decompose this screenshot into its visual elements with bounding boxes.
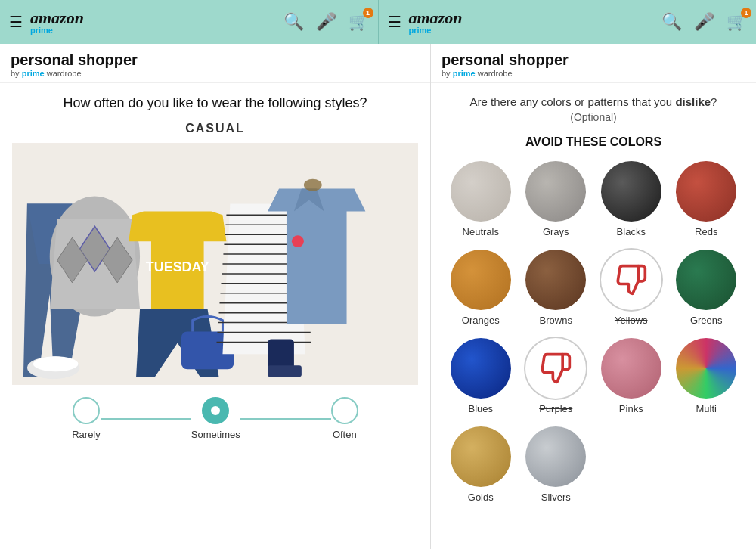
personal-shopper-title: personal shopper xyxy=(11,51,420,69)
color-item-reds[interactable]: Reds xyxy=(676,161,736,237)
color-item-yellows[interactable]: Yellows xyxy=(601,250,662,326)
color-item-golds[interactable]: Golds xyxy=(451,426,511,503)
right-personal-shopper-title: personal shopper xyxy=(442,51,745,69)
right-prime-word: prime xyxy=(453,69,476,78)
color-label-reds: Reds xyxy=(695,226,717,237)
right-wardrobe-label: wardrobe xyxy=(478,69,513,78)
color-label-yellows: Yellows xyxy=(615,315,648,326)
clothing-image: TUESDAY xyxy=(12,143,418,385)
right-amazon-logo-text: amazon xyxy=(409,10,463,26)
freq-label-often: Often xyxy=(333,429,357,440)
color-item-oranges[interactable]: Oranges xyxy=(451,250,511,326)
color-grid: NeutralsGraysBlacksRedsOrangesBrownsYell… xyxy=(446,161,741,503)
color-label-golds: Golds xyxy=(468,492,494,503)
cart-badge: 1 xyxy=(363,8,373,18)
freq-circle-rarely[interactable] xyxy=(73,397,100,424)
freq-line-1 xyxy=(101,418,191,420)
freq-circle-sometimes[interactable] xyxy=(202,397,229,424)
avoid-header: AVOID THESE COLORS xyxy=(446,135,741,149)
color-circle-golds xyxy=(451,426,511,487)
content-area: personal shopper by prime wardrobe How o… xyxy=(0,44,756,549)
color-item-neutrals[interactable]: Neutrals xyxy=(451,161,511,237)
color-label-neutrals: Neutrals xyxy=(463,226,499,237)
right-panel-header: personal shopper by prime wardrobe xyxy=(431,44,756,83)
color-item-greens[interactable]: Greens xyxy=(676,250,736,326)
color-circle-purples xyxy=(525,338,586,399)
color-item-browns[interactable]: Browns xyxy=(525,250,586,326)
color-item-silvers[interactable]: Silvers xyxy=(525,426,586,503)
color-item-blues[interactable]: Blues xyxy=(451,338,511,414)
right-panel-content: Are there any colors or patterns that yo… xyxy=(431,83,756,549)
left-header-icons: 🔍 🎤 🛒1 xyxy=(284,12,369,32)
thumb-down-icon-purples xyxy=(539,352,572,385)
color-circle-yellows xyxy=(601,250,662,310)
color-label-grays: Grays xyxy=(543,226,569,237)
freq-label-sometimes: Sometimes xyxy=(191,429,240,440)
color-circle-oranges xyxy=(451,250,511,310)
right-amazon-logo[interactable]: amazon prime xyxy=(409,10,463,35)
color-circle-blues xyxy=(451,338,511,399)
right-mic-icon[interactable]: 🎤 xyxy=(694,12,714,32)
color-label-blacks: Blacks xyxy=(617,226,646,237)
right-header: ☰ amazon prime 🔍 🎤 🛒1 xyxy=(379,0,757,44)
amazon-logo[interactable]: amazon prime xyxy=(30,10,84,35)
color-circle-reds xyxy=(676,161,736,222)
right-cart-badge: 1 xyxy=(741,8,751,18)
style-question: How often do you like to wear the follow… xyxy=(63,95,367,111)
freq-line-2 xyxy=(240,418,331,420)
right-by-label: by xyxy=(442,69,451,78)
left-panel: personal shopper by prime wardrobe How o… xyxy=(0,44,431,549)
cart-icon[interactable]: 🛒1 xyxy=(349,12,369,32)
right-cart-icon[interactable]: 🛒1 xyxy=(727,12,747,32)
freq-option-rarely[interactable]: Rarely xyxy=(72,397,101,440)
color-item-grays[interactable]: Grays xyxy=(525,161,586,237)
dislike-prefix: Are there any colors or patterns that yo… xyxy=(470,95,676,108)
color-circle-multi xyxy=(676,338,736,399)
color-item-multi[interactable]: Multi xyxy=(676,338,736,414)
right-panel: personal shopper by prime wardrobe Are t… xyxy=(431,44,756,549)
color-circle-browns xyxy=(525,250,586,310)
svg-text:TUESDAY: TUESDAY xyxy=(146,259,209,274)
right-prime-wardrobe-byline: by prime wardrobe xyxy=(442,69,745,78)
svg-rect-23 xyxy=(268,365,302,377)
color-circle-neutrals xyxy=(451,161,511,222)
prime-wardrobe-byline: by prime wardrobe xyxy=(11,69,420,78)
freq-option-sometimes[interactable]: Sometimes xyxy=(191,397,240,440)
right-menu-icon[interactable]: ☰ xyxy=(388,13,401,31)
color-circle-silvers xyxy=(525,426,586,487)
svg-point-19 xyxy=(304,179,322,191)
color-circle-greens xyxy=(676,250,736,310)
mic-icon[interactable]: 🎤 xyxy=(316,12,336,32)
freq-option-often[interactable]: Often xyxy=(331,397,358,440)
dislike-question: Are there any colors or patterns that yo… xyxy=(446,95,741,108)
color-label-browns: Browns xyxy=(540,315,572,326)
color-circle-blacks xyxy=(601,161,662,222)
color-label-multi: Multi xyxy=(696,403,717,414)
search-icon[interactable]: 🔍 xyxy=(284,12,304,32)
color-item-blacks[interactable]: Blacks xyxy=(601,161,662,237)
right-amazon-prime-label: prime xyxy=(409,26,432,35)
amazon-logo-text: amazon xyxy=(30,10,84,26)
menu-icon[interactable]: ☰ xyxy=(9,13,23,31)
frequency-selector: Rarely Sometimes Often xyxy=(12,397,418,440)
color-label-oranges: Oranges xyxy=(462,315,500,326)
color-item-purples[interactable]: Purples xyxy=(525,338,586,414)
dislike-word: dislike xyxy=(675,95,711,108)
by-label: by xyxy=(11,69,20,78)
color-item-pinks[interactable]: Pinks xyxy=(601,338,662,414)
color-label-blues: Blues xyxy=(468,403,493,414)
left-panel-header: personal shopper by prime wardrobe xyxy=(0,44,430,83)
dislike-suffix: ? xyxy=(711,95,717,108)
color-label-greens: Greens xyxy=(690,315,723,326)
color-circle-pinks xyxy=(601,338,662,399)
amazon-prime-label: prime xyxy=(30,26,53,35)
optional-text: (Optional) xyxy=(446,111,741,123)
clothing-svg: TUESDAY xyxy=(12,143,418,385)
right-search-icon[interactable]: 🔍 xyxy=(662,12,682,32)
svg-point-21 xyxy=(33,356,79,371)
freq-circle-often[interactable] xyxy=(331,397,358,424)
freq-label-rarely: Rarely xyxy=(72,429,101,440)
color-label-silvers: Silvers xyxy=(541,492,571,503)
color-label-purples: Purples xyxy=(539,403,572,414)
app-header: ☰ amazon prime 🔍 🎤 🛒1 ☰ amazon prime 🔍 🎤… xyxy=(0,0,756,44)
